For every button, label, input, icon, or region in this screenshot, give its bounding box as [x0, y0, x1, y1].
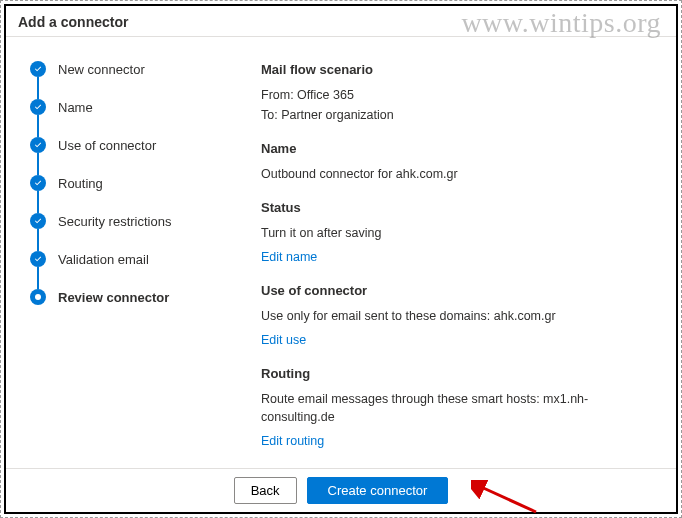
- check-icon: [30, 61, 46, 77]
- step-security-restrictions[interactable]: Security restrictions: [30, 213, 221, 229]
- section-mail-flow: Mail flow scenario From: Office 365 To: …: [261, 61, 656, 124]
- section-heading: Status: [261, 199, 656, 218]
- step-label: Validation email: [58, 252, 149, 267]
- edit-use-link[interactable]: Edit use: [261, 331, 306, 349]
- step-label: New connector: [58, 62, 145, 77]
- check-icon: [30, 213, 46, 229]
- step-review-connector[interactable]: Review connector: [30, 289, 221, 305]
- check-icon: [30, 99, 46, 115]
- review-panel: Mail flow scenario From: Office 365 To: …: [231, 37, 676, 468]
- section-heading: Name: [261, 140, 656, 159]
- check-icon: [30, 251, 46, 267]
- section-heading: Routing: [261, 365, 656, 384]
- step-routing[interactable]: Routing: [30, 175, 221, 191]
- check-icon: [30, 175, 46, 191]
- step-label: Routing: [58, 176, 103, 191]
- mailflow-to: To: Partner organization: [261, 106, 656, 124]
- use-value: Use only for email sent to these domains…: [261, 307, 656, 325]
- create-connector-button[interactable]: Create connector: [307, 477, 449, 504]
- wizard-footer: Back Create connector: [6, 468, 676, 512]
- wizard-frame: Add a connector New connector Name Use o…: [4, 4, 678, 514]
- routing-value: Route email messages through these smart…: [261, 390, 656, 426]
- section-heading: Use of connector: [261, 282, 656, 301]
- wizard-body: New connector Name Use of connector Rout…: [6, 37, 676, 468]
- section-status: Status Turn it on after saving Edit name: [261, 199, 656, 266]
- section-heading: Mail flow scenario: [261, 61, 656, 80]
- step-label: Security restrictions: [58, 214, 171, 229]
- name-value: Outbound connector for ahk.com.gr: [261, 165, 656, 183]
- step-validation-email[interactable]: Validation email: [30, 251, 221, 267]
- section-routing: Routing Route email messages through the…: [261, 365, 656, 450]
- step-label: Use of connector: [58, 138, 156, 153]
- edit-routing-link[interactable]: Edit routing: [261, 432, 324, 450]
- step-label: Review connector: [58, 290, 169, 305]
- page-title: Add a connector: [6, 6, 676, 37]
- edit-name-link[interactable]: Edit name: [261, 248, 317, 266]
- step-label: Name: [58, 100, 93, 115]
- step-name[interactable]: Name: [30, 99, 221, 115]
- check-icon: [30, 137, 46, 153]
- mailflow-from: From: Office 365: [261, 86, 656, 104]
- step-use-of-connector[interactable]: Use of connector: [30, 137, 221, 153]
- wizard-steps: New connector Name Use of connector Rout…: [6, 37, 231, 468]
- status-value: Turn it on after saving: [261, 224, 656, 242]
- current-step-icon: [30, 289, 46, 305]
- section-use: Use of connector Use only for email sent…: [261, 282, 656, 349]
- back-button[interactable]: Back: [234, 477, 297, 504]
- section-name: Name Outbound connector for ahk.com.gr: [261, 140, 656, 183]
- step-new-connector[interactable]: New connector: [30, 61, 221, 77]
